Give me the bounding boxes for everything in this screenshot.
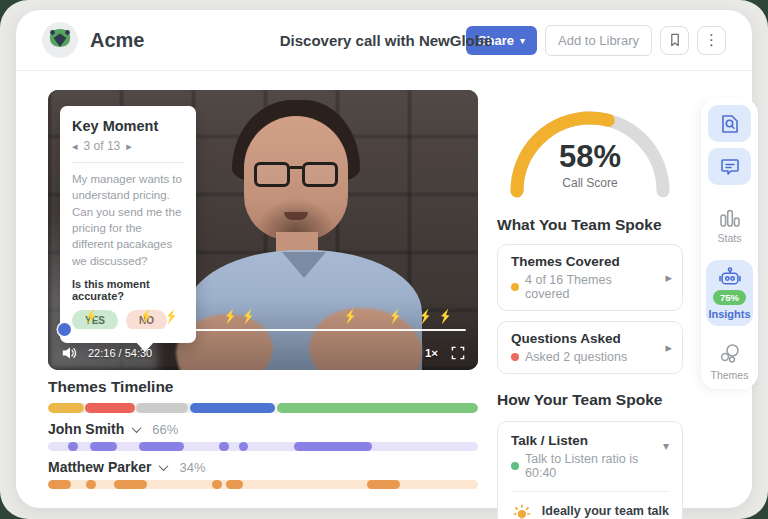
card-title: Themes Covered bbox=[511, 254, 656, 269]
bookmark-icon bbox=[667, 32, 683, 48]
themes-timeline-title: Themes Timeline bbox=[48, 378, 478, 396]
tools-sidebar: Stats 75% Insights Themes bbox=[701, 98, 758, 389]
status-dot bbox=[511, 283, 519, 291]
section-heading-what: What You Team Spoke bbox=[497, 216, 683, 234]
bookmark-button[interactable] bbox=[660, 26, 689, 55]
call-score-value: 58% bbox=[505, 139, 675, 175]
chevron-right-icon: ▸ bbox=[665, 339, 672, 354]
section-heading-how: How Your Team Spoke bbox=[497, 391, 683, 409]
insights-panel: 58% Call Score What You Team Spoke Theme… bbox=[497, 95, 683, 519]
key-moment-markers[interactable] bbox=[48, 307, 478, 325]
insights-score-badge: 75% bbox=[713, 290, 746, 305]
more-options-button[interactable]: ⋮ bbox=[697, 26, 726, 55]
speaker-track-john[interactable] bbox=[48, 442, 478, 451]
sidebar-item-stats[interactable]: Stats bbox=[718, 207, 742, 244]
key-moment-text: My manager wants to understand pricing. … bbox=[72, 171, 184, 269]
card-subtext: Asked 2 questions bbox=[525, 350, 627, 364]
card-subtext: Talk to Listen ratio is 60:40 bbox=[525, 452, 669, 480]
time-display: 22:16 / 54:30 bbox=[88, 347, 152, 359]
call-score-caption: Call Score bbox=[505, 176, 675, 190]
talk-percentage: 66% bbox=[152, 422, 178, 437]
lightbulb-icon bbox=[511, 502, 533, 519]
stats-bars-icon bbox=[718, 207, 742, 229]
call-score-gauge: 58% Call Score bbox=[505, 99, 675, 199]
speaker-row-john: John Smith 66% bbox=[48, 421, 478, 437]
prev-moment-arrow-icon[interactable]: ◂ bbox=[72, 140, 78, 153]
status-dot bbox=[511, 462, 519, 470]
next-moment-arrow-icon[interactable]: ▸ bbox=[126, 140, 132, 153]
coaching-tip: Ideally your team talk percentage should… bbox=[511, 502, 669, 519]
sidebar-item-comments[interactable] bbox=[708, 148, 751, 185]
sidebar-label: Themes bbox=[711, 369, 749, 381]
bubbles-icon bbox=[718, 342, 742, 366]
fullscreen-icon[interactable] bbox=[450, 345, 466, 361]
popup-divider bbox=[72, 162, 184, 163]
card-divider bbox=[511, 491, 669, 492]
speaker-name: John Smith bbox=[48, 421, 124, 437]
volume-icon[interactable] bbox=[60, 345, 80, 361]
card-subtext: 4 of 16 Themes covered bbox=[525, 273, 656, 301]
key-moment-pager: ◂ 3 of 13 ▸ bbox=[72, 139, 184, 153]
talk-percentage: 34% bbox=[179, 460, 205, 475]
kebab-icon: ⋮ bbox=[704, 31, 719, 49]
call-review-card: Acme Discovery call with NewGlobe Share … bbox=[16, 10, 752, 508]
chevron-down-icon[interactable] bbox=[132, 423, 142, 433]
app-window: Acme Discovery call with NewGlobe Share … bbox=[0, 0, 768, 519]
key-moment-title: Key Moment bbox=[72, 118, 184, 134]
talk-listen-card: Talk / Listen Talk to Listen ratio is 60… bbox=[497, 421, 683, 519]
sidebar-label: Insights bbox=[708, 308, 750, 320]
video-controls: 22:16 / 54:30 1× bbox=[60, 345, 466, 361]
chevron-down-icon[interactable] bbox=[159, 461, 169, 471]
video-player[interactable]: Key Moment ◂ 3 of 13 ▸ My manager wants … bbox=[48, 90, 478, 370]
chevron-down-icon: ▾ bbox=[663, 439, 669, 453]
questions-asked-card[interactable]: Questions Asked Asked 2 questions ▸ bbox=[497, 321, 683, 374]
add-to-library-button[interactable]: Add to Library bbox=[545, 25, 652, 56]
themes-color-bar[interactable] bbox=[48, 403, 478, 413]
sidebar-item-themes[interactable]: Themes bbox=[711, 342, 749, 381]
call-title: Discovery call with NewGlobe bbox=[271, 32, 501, 49]
chevron-right-icon: ▸ bbox=[665, 269, 672, 284]
themes-covered-card[interactable]: Themes Covered 4 of 16 Themes covered ▸ bbox=[497, 244, 683, 311]
moment-counter: 3 of 13 bbox=[84, 139, 121, 153]
speaker-track-matthew[interactable] bbox=[48, 480, 478, 489]
tip-text: Ideally your team talk percentage should… bbox=[542, 502, 669, 519]
accuracy-question: Is this moment accurate? bbox=[72, 278, 184, 302]
sidebar-item-insights[interactable]: 75% Insights bbox=[706, 260, 753, 326]
playback-speed-button[interactable]: 1× bbox=[425, 347, 438, 359]
talk-listen-header[interactable]: Talk / Listen Talk to Listen ratio is 60… bbox=[511, 433, 669, 480]
header: Acme Discovery call with NewGlobe Share … bbox=[16, 10, 752, 71]
sidebar-item-transcript-search[interactable] bbox=[708, 105, 751, 142]
card-title: Talk / Listen bbox=[511, 433, 669, 448]
robot-icon bbox=[717, 267, 743, 288]
themes-timeline-section: Themes Timeline John Smith 66% Matthew P… bbox=[48, 378, 478, 489]
status-dot bbox=[511, 353, 519, 361]
sidebar-label: Stats bbox=[718, 232, 742, 244]
org-name: Acme bbox=[90, 29, 144, 52]
card-title: Questions Asked bbox=[511, 331, 656, 346]
speaker-row-matthew: Matthew Parker 34% bbox=[48, 459, 478, 475]
speaker-name: Matthew Parker bbox=[48, 459, 151, 475]
seek-bar[interactable] bbox=[60, 329, 466, 332]
acme-logo-icon bbox=[42, 22, 78, 58]
header-actions: Share ▾ Add to Library ⋮ bbox=[466, 25, 726, 56]
share-caret-icon: ▾ bbox=[520, 35, 525, 46]
document-search-icon bbox=[719, 113, 741, 135]
comment-icon bbox=[719, 156, 741, 178]
